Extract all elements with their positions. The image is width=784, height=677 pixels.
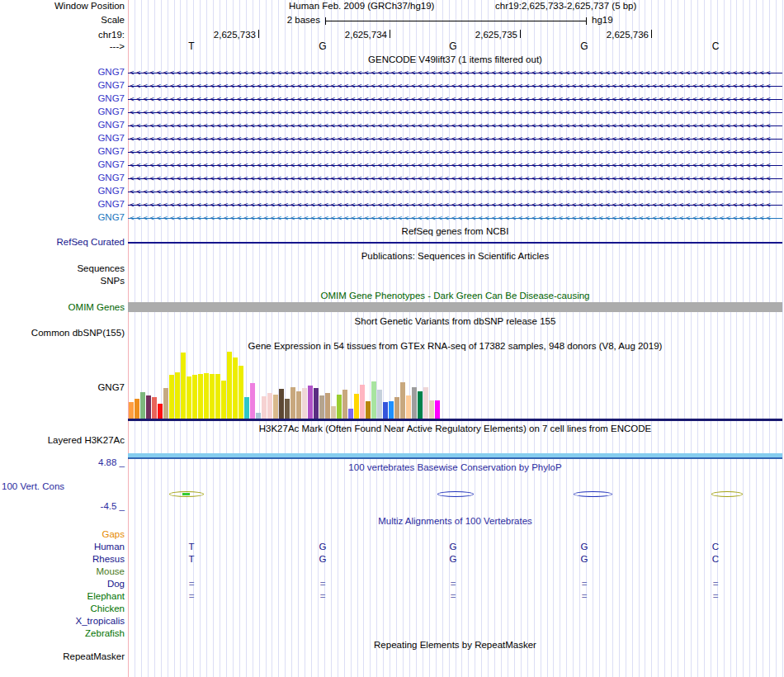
refseq-gene-item[interactable] [128,242,782,244]
multiz-species-label[interactable]: Elephant [0,590,125,603]
transcript-direction-arrows: <<<<<<<<<<<<<<<<<<<<<<<<<<<<<<<<<<<<<<<<… [130,173,782,185]
gtex-tissue-bar[interactable] [418,391,423,419]
multiz-species-label[interactable]: Dog [0,578,125,590]
transcript-gene-label[interactable]: GNG7 [0,173,125,182]
conservation-mark[interactable] [169,491,204,497]
gtex-tissue-bar[interactable] [394,397,399,419]
gtex-tissue-bar[interactable] [348,409,353,419]
conservation-mark[interactable] [437,491,474,497]
gtex-tissue-bar[interactable] [239,366,243,419]
gtex-tissue-bar[interactable] [377,390,382,419]
gtex-tissue-bar[interactable] [308,386,313,419]
gtex-tissue-bar[interactable] [360,385,365,419]
multiz-species-label[interactable]: Chicken [0,603,125,615]
gtex-tissue-bar[interactable] [423,387,428,419]
gtex-tissue-bar[interactable] [400,382,405,419]
multiz-species-label[interactable]: Rhesus [0,553,125,566]
multiz-aligned-base: = [578,578,591,590]
gtex-tissue-bar[interactable] [215,374,220,419]
transcript-gene-label[interactable]: GNG7 [0,80,125,90]
gtex-tissue-bar[interactable] [267,393,272,419]
gtex-tissue-bar[interactable] [342,390,347,419]
conservation-scale-min: -4.5 _ [0,501,125,511]
assembly-title: Human Feb. 2009 (GRCh37/hg19) [289,1,434,11]
gtex-tissue-bar[interactable] [192,375,197,419]
conservation-mark[interactable] [574,491,612,497]
gtex-tissue-bar[interactable] [181,353,186,419]
gtex-tissue-bar[interactable] [354,394,359,419]
common-dbsnp-label[interactable]: Common dbSNP(155) [0,328,125,338]
gtex-tissue-bar[interactable] [389,401,394,419]
transcript-gene-label[interactable]: GNG7 [0,159,125,169]
gtex-tissue-bar[interactable] [290,387,295,419]
gtex-tissue-bar[interactable] [262,396,267,419]
publications-sequences-label[interactable]: Sequences [0,263,125,273]
gtex-tissue-bar[interactable] [435,400,440,419]
gtex-tissue-bar[interactable] [371,381,376,419]
gtex-gene-label[interactable]: GNG7 [0,382,125,392]
multiz-species-label[interactable]: X_tropicalis [0,615,125,627]
gencode-track-title: GENCODE V49lift37 (1 items filtered out) [128,54,782,64]
track-left-guideline [128,0,129,677]
gtex-tissue-bar[interactable] [279,389,284,419]
transcript-gene-label[interactable]: GNG7 [0,93,125,103]
gtex-tissue-bar[interactable] [169,375,174,419]
gtex-tissue-bar[interactable] [135,399,139,419]
multiz-species-label[interactable]: Mouse [0,566,125,578]
refseq-curated-label[interactable]: RefSeq Curated [0,237,125,247]
gtex-tissue-bar[interactable] [256,413,261,419]
gtex-tissue-bar[interactable] [221,381,226,419]
gtex-tissue-bar[interactable] [429,400,434,419]
gtex-tissue-bar[interactable] [158,404,163,419]
transcript-gene-label[interactable]: GNG7 [0,67,125,77]
gtex-tissue-bar[interactable] [204,373,209,419]
gtex-tissue-bar[interactable] [412,387,417,419]
gtex-tissue-bar[interactable] [331,406,336,419]
transcript-gene-label[interactable]: GNG7 [0,120,125,130]
gtex-tissue-bar[interactable] [314,388,319,419]
transcript-direction-arrows: <<<<<<<<<<<<<<<<<<<<<<<<<<<<<<<<<<<<<<<<… [130,107,782,119]
repeatmasker-label[interactable]: RepeatMasker [0,651,125,661]
gtex-tissue-bar[interactable] [337,395,342,419]
gtex-tissue-bar[interactable] [187,376,191,419]
multiz-aligned-base: G [578,541,591,553]
transcript-gene-label[interactable]: GNG7 [0,146,125,156]
gtex-tissue-bar[interactable] [319,395,324,419]
conservation-mark[interactable] [711,491,743,497]
gtex-tissue-bar[interactable] [152,397,157,419]
gtex-tissue-bar[interactable] [285,399,290,419]
transcript-gene-label[interactable]: GNG7 [0,199,125,209]
transcript-gene-label[interactable]: GNG7 [0,212,125,222]
gtex-tissue-bar[interactable] [140,392,145,419]
gtex-tissue-bar[interactable] [244,397,249,419]
gtex-tissue-bar[interactable] [325,393,330,419]
gtex-tissue-bar[interactable] [129,402,134,419]
transcript-gene-label[interactable]: GNG7 [0,133,125,143]
gtex-tissue-bar[interactable] [198,374,203,419]
gtex-tissue-bar[interactable] [250,383,255,419]
transcript-gene-label[interactable]: GNG7 [0,107,125,116]
gtex-tissue-bar[interactable] [227,352,232,419]
gtex-tissue-bar[interactable] [302,388,307,419]
omim-genes-label[interactable]: OMIM Genes [0,302,125,312]
layered-h3k27ac-label[interactable]: Layered H3K27Ac [0,435,125,445]
gtex-tissue-bar[interactable] [406,395,411,419]
multiz-species-label[interactable]: Gaps [0,528,125,541]
transcript-direction-arrows: <<<<<<<<<<<<<<<<<<<<<<<<<<<<<<<<<<<<<<<<… [130,120,782,132]
gtex-tissue-bar[interactable] [163,388,168,419]
gtex-tissue-bar[interactable] [175,372,180,419]
gtex-tissue-bar[interactable] [296,391,301,419]
gtex-tissue-bar[interactable] [273,395,278,419]
multiz-species-label[interactable]: Zebrafish [0,627,125,640]
conservation-track-label[interactable]: 100 Vert. Cons [2,481,64,491]
gtex-tissue-bar[interactable] [233,357,238,419]
transcript-gene-label[interactable]: GNG7 [0,186,125,196]
h3k27ac-signal-band[interactable] [128,453,782,459]
gtex-tissue-bar[interactable] [146,395,151,419]
omim-gene-item[interactable] [128,302,782,312]
gtex-tissue-bar[interactable] [366,401,371,419]
gtex-tissue-bar[interactable] [210,374,215,419]
publications-snps-label[interactable]: SNPs [0,276,125,286]
multiz-species-label[interactable]: Human [0,541,125,553]
gtex-tissue-bar[interactable] [383,402,388,419]
